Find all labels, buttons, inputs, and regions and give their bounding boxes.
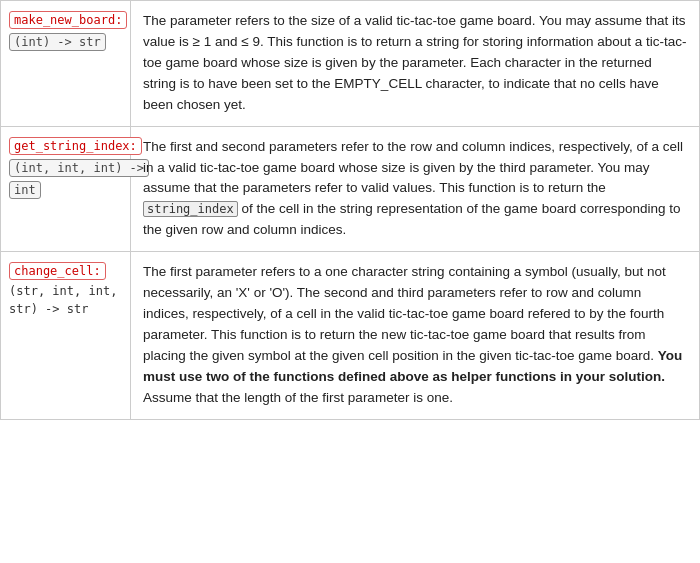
function-badge: (int) -> str [9, 33, 106, 51]
function-description-cell: The first parameter refers to a one char… [131, 252, 699, 418]
function-description-cell: The first and second parameters refer to… [131, 127, 699, 252]
function-badge: make_new_board: [9, 11, 127, 29]
function-badge: int [9, 181, 41, 199]
inline-code: string_index [143, 201, 238, 217]
function-signature-cell: get_string_index:(int, int, int) ->int [1, 127, 131, 252]
function-description-cell: The parameter refers to the size of a va… [131, 1, 699, 126]
table-row: change_cell:(str, int, int,str) -> strTh… [1, 252, 699, 418]
main-table: make_new_board:(int) -> strThe parameter… [0, 0, 700, 420]
function-badge: change_cell: [9, 262, 106, 280]
function-signature-cell: change_cell:(str, int, int,str) -> str [1, 252, 131, 418]
function-badge: str) -> str [9, 302, 88, 316]
function-badge: (str, int, int, [9, 284, 117, 298]
table-row: make_new_board:(int) -> strThe parameter… [1, 1, 699, 127]
function-badge: get_string_index: [9, 137, 142, 155]
description-text: The first and second parameters refer to… [143, 137, 687, 242]
description-text: The first parameter refers to a one char… [143, 262, 687, 408]
description-text: The parameter refers to the size of a va… [143, 11, 687, 116]
bold-text: You must use two of the functions define… [143, 348, 682, 384]
function-signature-cell: make_new_board:(int) -> str [1, 1, 131, 126]
function-badge: (int, int, int) -> [9, 159, 149, 177]
table-row: get_string_index:(int, int, int) ->intTh… [1, 127, 699, 253]
